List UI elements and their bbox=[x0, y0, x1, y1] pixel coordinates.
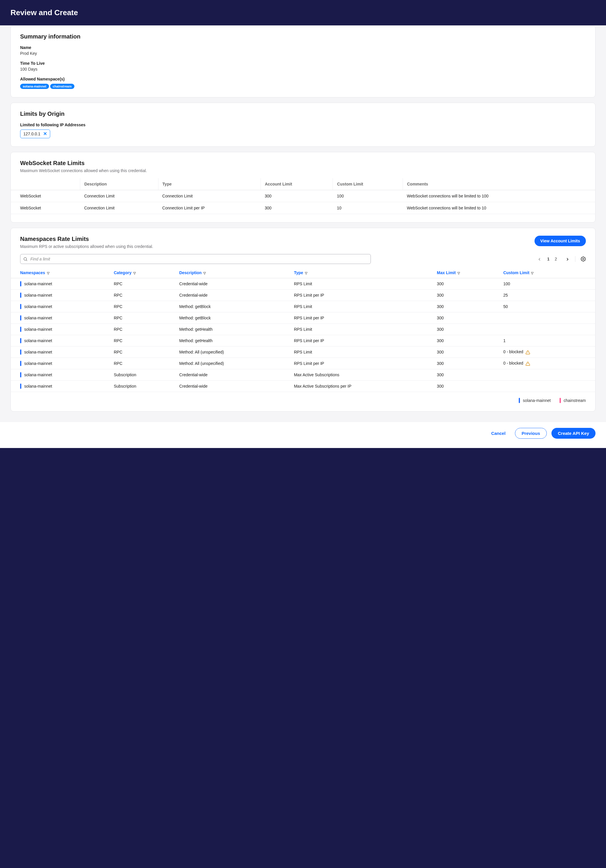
previous-button[interactable]: Previous bbox=[515, 428, 547, 439]
namespace-color-bar bbox=[20, 372, 21, 377]
legend-label: chainstream bbox=[564, 398, 586, 403]
summary-ns-label: Allowed Namespace(s) bbox=[20, 77, 586, 81]
table-cell: WebSocket bbox=[11, 190, 80, 202]
table-cell: Method: getHealth bbox=[176, 335, 290, 347]
origin-ip-label: Limited to following IP Addresses bbox=[20, 122, 586, 127]
page-next-icon[interactable] bbox=[565, 256, 570, 261]
table-cell: WebSocket connections will be limited to… bbox=[403, 190, 595, 202]
table-row: solana-mainnetRPCCredential-wideRPS Limi… bbox=[11, 290, 595, 301]
table-cell: RPC bbox=[110, 324, 176, 335]
namespace-color-bar bbox=[20, 281, 21, 287]
ns-cell: solana-mainnet bbox=[11, 381, 110, 392]
custom-limit-cell: 50 bbox=[500, 301, 595, 312]
ns-col-description[interactable]: Description▽ bbox=[176, 267, 290, 278]
table-cell: Method: All (unspecified) bbox=[176, 358, 290, 369]
table-cell: 300 bbox=[261, 190, 333, 202]
legend-color-bar bbox=[519, 398, 520, 403]
ns-table: Namespaces▽ Category▽ Description▽ Type▽… bbox=[11, 267, 595, 392]
origin-title: Limits by Origin bbox=[20, 110, 586, 117]
table-cell: Method: All (unspecified) bbox=[176, 347, 290, 358]
table-row: solana-mainnetRPCMethod: getBlockRPS Lim… bbox=[11, 312, 595, 324]
view-account-limits-button[interactable]: View Account Limits bbox=[535, 236, 586, 246]
table-cell: RPC bbox=[110, 301, 176, 312]
custom-limit-value: 0 - blocked bbox=[503, 349, 523, 354]
table-cell: RPS Limit bbox=[290, 324, 433, 335]
namespace-name: solana-mainnet bbox=[24, 304, 52, 309]
search-input[interactable] bbox=[20, 254, 371, 264]
table-cell: Connection Limit bbox=[80, 190, 158, 202]
summary-ttl-value: 100 Days bbox=[20, 67, 586, 71]
custom-limit-value: 25 bbox=[503, 293, 508, 298]
ns-cell: solana-mainnet bbox=[11, 358, 110, 369]
table-cell: Credential-wide bbox=[176, 290, 290, 301]
ws-col-custom-limit: Custom Limit bbox=[333, 178, 403, 190]
table-cell: RPC bbox=[110, 347, 176, 358]
page-number[interactable]: 1 bbox=[546, 256, 550, 262]
summary-title: Summary information bbox=[20, 33, 586, 40]
table-row: WebSocketConnection LimitConnection Limi… bbox=[11, 202, 595, 214]
ns-col-custom-limit[interactable]: Custom Limit▽ bbox=[500, 267, 595, 278]
settings-icon[interactable] bbox=[581, 256, 586, 262]
namespace-name: solana-mainnet bbox=[24, 372, 52, 377]
ws-table: Description Type Account Limit Custom Li… bbox=[11, 178, 595, 214]
legend-item: solana-mainnet bbox=[519, 398, 551, 403]
table-cell: Credential-wide bbox=[176, 381, 290, 392]
table-cell: RPC bbox=[110, 358, 176, 369]
summary-badges: solana-mainnetchainstream bbox=[20, 84, 586, 89]
namespace-name: solana-mainnet bbox=[24, 327, 52, 332]
ws-col-description: Description bbox=[80, 178, 158, 190]
create-api-key-button[interactable]: Create API Key bbox=[552, 428, 595, 439]
ns-cell: solana-mainnet bbox=[11, 347, 110, 358]
summary-name-label: Name bbox=[20, 45, 586, 50]
page-prev-icon[interactable] bbox=[537, 256, 542, 261]
table-row: solana-mainnetRPCMethod: getHealthRPS Li… bbox=[11, 324, 595, 335]
ws-subtitle: Maximum WebSocket connections allowed wh… bbox=[20, 168, 586, 173]
namespace-name: solana-mainnet bbox=[24, 316, 52, 320]
namespace-name: solana-mainnet bbox=[24, 282, 52, 286]
table-cell: 300 bbox=[433, 290, 500, 301]
namespace-name: solana-mainnet bbox=[24, 384, 52, 389]
page-header: Review and Create bbox=[0, 0, 606, 29]
namespace-name: solana-mainnet bbox=[24, 293, 52, 298]
namespace-name: solana-mainnet bbox=[24, 361, 52, 366]
ns-cell: solana-mainnet bbox=[11, 324, 110, 335]
origin-card: Limits by Origin Limited to following IP… bbox=[11, 103, 595, 147]
table-cell: Max Active Subscriptions bbox=[290, 369, 433, 381]
table-cell: RPS Limit per IP bbox=[290, 290, 433, 301]
search-wrapper bbox=[20, 254, 371, 264]
main-content: Summary information Name Prod Key Time T… bbox=[0, 25, 606, 422]
namespace-name: solana-mainnet bbox=[24, 350, 52, 354]
table-cell: WebSocket bbox=[11, 202, 80, 214]
filter-icon: ▽ bbox=[531, 271, 533, 275]
ws-col-account-limit: Account Limit bbox=[261, 178, 333, 190]
table-cell: RPS Limit per IP bbox=[290, 358, 433, 369]
websocket-card: WebSocket Rate Limits Maximum WebSocket … bbox=[11, 152, 595, 223]
namespace-color-bar bbox=[20, 338, 21, 343]
ns-col-namespaces[interactable]: Namespaces▽ bbox=[11, 267, 110, 278]
ns-col-type[interactable]: Type▽ bbox=[290, 267, 433, 278]
filter-icon: ▽ bbox=[47, 271, 49, 275]
table-cell: RPS Limit per IP bbox=[290, 312, 433, 324]
summary-ttl-field: Time To Live 100 Days bbox=[20, 61, 586, 71]
filter-icon: ▽ bbox=[457, 271, 460, 275]
table-cell: RPC bbox=[110, 290, 176, 301]
custom-limit-cell: 0 - blocked bbox=[500, 347, 595, 358]
custom-limit-value: 50 bbox=[503, 304, 508, 309]
table-cell: Method: getBlock bbox=[176, 301, 290, 312]
table-cell: 300 bbox=[433, 358, 500, 369]
close-icon[interactable]: ✕ bbox=[43, 132, 47, 136]
namespace-color-bar bbox=[20, 327, 21, 332]
page-number[interactable]: 2 bbox=[553, 256, 558, 262]
filter-icon: ▽ bbox=[133, 271, 136, 275]
ns-col-max-limit[interactable]: Max Limit▽ bbox=[433, 267, 500, 278]
ws-col-type: Type bbox=[158, 178, 261, 190]
legend-label: solana-mainnet bbox=[523, 398, 551, 403]
table-cell: Subscription bbox=[110, 381, 176, 392]
namespaces-card: Namespaces Rate Limits Maximum RPS or ac… bbox=[11, 228, 595, 412]
custom-limit-cell: 0 - blocked bbox=[500, 358, 595, 369]
cancel-button[interactable]: Cancel bbox=[486, 428, 510, 439]
custom-limit-cell bbox=[500, 324, 595, 335]
ns-col-category[interactable]: Category▽ bbox=[110, 267, 176, 278]
table-cell: 300 bbox=[433, 369, 500, 381]
warning-icon bbox=[525, 361, 530, 366]
